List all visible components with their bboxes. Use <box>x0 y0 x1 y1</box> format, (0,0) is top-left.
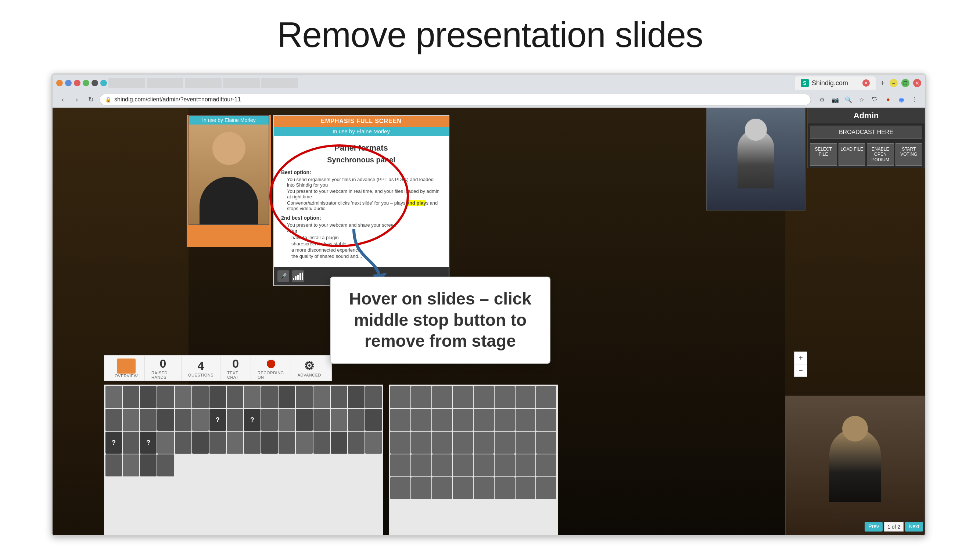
participant-41[interactable] <box>244 432 261 454</box>
p2-11[interactable] <box>432 409 452 431</box>
p2-10[interactable] <box>411 409 431 431</box>
participant-5[interactable] <box>175 386 191 408</box>
blurred-tab-2[interactable] <box>146 78 183 88</box>
maximize-button[interactable]: ❐ <box>901 79 910 87</box>
p2-26[interactable] <box>411 454 431 476</box>
p2-19[interactable] <box>432 432 452 454</box>
participant-51[interactable] <box>140 454 156 476</box>
p2-36[interactable] <box>453 477 473 499</box>
participant-3[interactable] <box>140 386 156 408</box>
select-file-button[interactable]: SELECT FILE <box>810 143 837 166</box>
participant-23[interactable] <box>210 409 226 431</box>
participant-39[interactable] <box>210 432 226 454</box>
overview-stat[interactable]: 64 OVERVIEW <box>108 356 145 381</box>
p2-30[interactable] <box>495 454 515 476</box>
recording-stat[interactable]: ⏺ RECORDING ON <box>251 356 291 381</box>
participant-24[interactable] <box>227 409 243 431</box>
blurred-tab-5[interactable] <box>261 78 298 88</box>
participant-15[interactable] <box>348 386 364 408</box>
participant-27[interactable] <box>278 409 295 431</box>
minimize-button[interactable]: – <box>889 79 898 87</box>
participant-18[interactable] <box>123 409 139 431</box>
participant-37[interactable] <box>175 432 191 454</box>
start-voting-button[interactable]: START VOTING <box>896 143 923 166</box>
next-button[interactable]: Next <box>905 522 923 532</box>
participant-30[interactable] <box>331 409 347 431</box>
advanced-stat[interactable]: ⚙ ADVANCED <box>291 356 328 381</box>
participant-52[interactable] <box>157 454 174 476</box>
p2-12[interactable] <box>453 409 473 431</box>
p2-27[interactable] <box>432 454 452 476</box>
p2-20[interactable] <box>453 432 473 454</box>
participant-42[interactable] <box>261 432 278 454</box>
star-icon[interactable]: ☆ <box>856 94 867 105</box>
participant-11[interactable] <box>278 386 295 408</box>
participant-25[interactable] <box>244 409 261 431</box>
participant-36[interactable] <box>157 432 174 454</box>
p2-29[interactable] <box>474 454 494 476</box>
participant-16[interactable] <box>365 386 382 408</box>
participant-13[interactable] <box>313 386 330 408</box>
participant-35[interactable] <box>140 432 156 454</box>
p2-21[interactable] <box>474 432 494 454</box>
questions-stat[interactable]: 4 QUESTIONS <box>181 356 221 381</box>
participant-7[interactable] <box>210 386 226 408</box>
participant-20[interactable] <box>157 409 174 431</box>
participant-10[interactable] <box>261 386 278 408</box>
participant-44[interactable] <box>296 432 312 454</box>
participant-22[interactable] <box>192 409 209 431</box>
p2-9[interactable] <box>390 409 410 431</box>
p2-16[interactable] <box>536 409 556 431</box>
participant-8[interactable] <box>227 386 243 408</box>
participant-45[interactable] <box>313 432 330 454</box>
participant-48[interactable] <box>365 432 382 454</box>
participant-21[interactable] <box>175 409 191 431</box>
p2-39[interactable] <box>515 477 536 499</box>
participant-29[interactable] <box>313 409 330 431</box>
p2-37[interactable] <box>474 477 494 499</box>
p2-23[interactable] <box>515 432 536 454</box>
back-button[interactable]: ‹ <box>58 94 68 105</box>
blurred-tab-4[interactable] <box>223 78 260 88</box>
participant-40[interactable] <box>227 432 243 454</box>
p2-22[interactable] <box>495 432 515 454</box>
p2-31[interactable] <box>515 454 536 476</box>
participant-6[interactable] <box>192 386 209 408</box>
mic-button[interactable]: 🎤 <box>277 270 289 282</box>
p2-38[interactable] <box>495 477 515 499</box>
close-tab-button[interactable]: ✕ <box>862 79 870 87</box>
enable-open-podium-button[interactable]: ENABLE OPEN PODIUM <box>867 143 894 166</box>
p2-32[interactable] <box>536 454 556 476</box>
active-tab[interactable]: S Shindig.com ✕ <box>795 76 876 90</box>
participant-2[interactable] <box>123 386 139 408</box>
zoom-in-button[interactable]: + <box>794 352 807 364</box>
forward-button[interactable]: › <box>72 94 82 105</box>
p2-40[interactable] <box>536 477 556 499</box>
p2-1[interactable] <box>390 386 410 408</box>
p2-18[interactable] <box>411 432 431 454</box>
close-button[interactable]: ✕ <box>913 79 921 87</box>
p2-14[interactable] <box>495 409 515 431</box>
p2-15[interactable] <box>515 409 536 431</box>
blurred-tab-3[interactable] <box>185 78 221 88</box>
p2-6[interactable] <box>495 386 515 408</box>
participant-4[interactable] <box>157 386 174 408</box>
address-bar[interactable]: 🔒 shindig.com/client/admin/?event=nomadi… <box>100 94 811 105</box>
participant-31[interactable] <box>348 409 364 431</box>
p2-7[interactable] <box>515 386 536 408</box>
participant-49[interactable] <box>105 454 122 476</box>
participant-46[interactable] <box>331 432 347 454</box>
p2-25[interactable] <box>390 454 410 476</box>
new-tab-button[interactable]: + <box>877 78 888 89</box>
participant-9[interactable] <box>244 386 261 408</box>
load-file-button[interactable]: LOAD FILE <box>838 143 866 166</box>
participant-47[interactable] <box>348 432 364 454</box>
extensions-icon[interactable]: ⚙ <box>817 94 827 105</box>
p2-17[interactable] <box>390 432 410 454</box>
menu-icon[interactable]: ⋮ <box>910 94 920 105</box>
participant-28[interactable] <box>296 409 312 431</box>
participant-14[interactable] <box>331 386 347 408</box>
volume-button[interactable] <box>292 270 304 282</box>
participant-12[interactable] <box>296 386 312 408</box>
prev-button[interactable]: Prev <box>865 522 883 532</box>
